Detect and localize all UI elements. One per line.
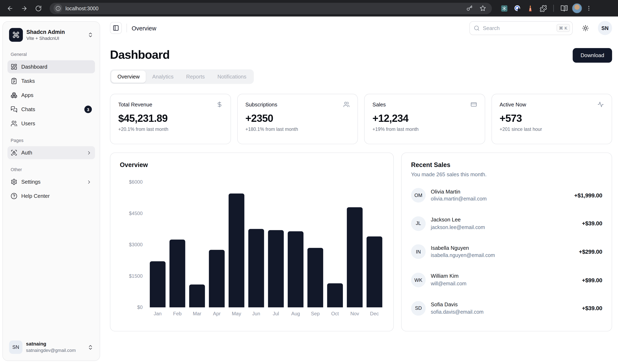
recent-sales-title: Recent Sales bbox=[411, 162, 602, 169]
sale-avatar: IN bbox=[411, 245, 426, 259]
star-icon[interactable] bbox=[478, 3, 488, 13]
y-tick-label: $0 bbox=[137, 305, 143, 310]
sidebar-item-chats[interactable]: Chats3 bbox=[7, 103, 95, 116]
auth-icon bbox=[11, 149, 17, 156]
bar-Oct bbox=[327, 283, 343, 307]
menu-dots-icon[interactable] bbox=[585, 3, 593, 13]
search-field[interactable] bbox=[483, 25, 553, 31]
sidebar-item-auth[interactable]: Auth bbox=[7, 146, 95, 159]
bar-Aug bbox=[288, 231, 303, 307]
sale-amount: +$99.00 bbox=[582, 277, 602, 283]
sale-name: Olivia Martin bbox=[431, 188, 569, 195]
overview-chart-card: Overview $6000$4500$3000$1500$0 JanFebMa… bbox=[110, 152, 394, 331]
nav-section-label: Other bbox=[7, 165, 95, 174]
sidebar-user-menu[interactable]: SN satnaing satnaingdev@gmail.com bbox=[7, 338, 96, 357]
teal-extension-icon[interactable] bbox=[499, 3, 509, 13]
profile-menu-button[interactable]: SN bbox=[598, 21, 612, 35]
download-button[interactable]: Download bbox=[573, 48, 612, 63]
chats-badge: 3 bbox=[84, 105, 92, 113]
tab-overview[interactable]: Overview bbox=[111, 70, 146, 83]
sale-name: Isabella Nguyen bbox=[431, 244, 574, 252]
back-icon[interactable] bbox=[4, 2, 16, 14]
stat-value: $45,231.89 bbox=[118, 112, 223, 125]
puzzle-extensions-icon[interactable] bbox=[538, 3, 548, 13]
sale-avatar: OM bbox=[411, 188, 426, 203]
x-tick-label: Sep bbox=[307, 311, 323, 317]
tab-notifications[interactable]: Notifications bbox=[211, 70, 252, 83]
sidebar-item-dashboard[interactable]: Dashboard bbox=[7, 60, 95, 73]
info-icon[interactable] bbox=[54, 4, 62, 13]
y-tick-label: $3000 bbox=[129, 242, 143, 247]
stat-card-active-now: Active Now+573+201 since last hour bbox=[491, 94, 612, 144]
x-tick-label: Jul bbox=[268, 311, 284, 317]
sidebar-item-tasks[interactable]: Tasks bbox=[7, 75, 95, 88]
lighthouse-extension-icon[interactable] bbox=[525, 3, 535, 13]
tab-reports[interactable]: Reports bbox=[180, 70, 211, 83]
x-tick-label: Jun bbox=[248, 311, 264, 317]
user-name: satnaing bbox=[26, 341, 84, 347]
sale-row: WKWilliam Kimwill@email.com+$99.00 bbox=[411, 272, 602, 287]
recent-sales-subtitle: You made 265 sales this month. bbox=[411, 171, 602, 177]
stat-change: +201 since last hour bbox=[500, 127, 604, 132]
x-tick-label: Oct bbox=[327, 311, 343, 317]
page-title: Dashboard bbox=[110, 48, 170, 61]
sidebar-item-users[interactable]: Users bbox=[7, 117, 95, 130]
tab-analytics[interactable]: Analytics bbox=[146, 70, 180, 83]
x-tick-label: Feb bbox=[170, 311, 185, 317]
forward-icon[interactable] bbox=[18, 2, 30, 14]
sale-amount: +$39.00 bbox=[582, 305, 602, 312]
sale-email: isabella.nguyen@email.com bbox=[431, 252, 574, 259]
sale-email: olivia.martin@email.com bbox=[431, 195, 569, 203]
brand-subtitle: Vite + ShadcnUI bbox=[26, 36, 84, 41]
bar-Jul bbox=[268, 230, 284, 307]
dollar-icon bbox=[216, 101, 223, 108]
chart-y-axis: $6000$4500$3000$1500$0 bbox=[120, 182, 143, 307]
sidebar-item-apps[interactable]: Apps bbox=[7, 89, 95, 102]
sale-amount: +$39.00 bbox=[582, 221, 602, 227]
reload-icon[interactable] bbox=[32, 2, 44, 14]
stat-card-sales: Sales+12,234+19% from last month bbox=[364, 94, 485, 144]
url-bar[interactable]: localhost:3000 bbox=[50, 2, 492, 14]
recent-sales-card: Recent Sales You made 265 sales this mon… bbox=[401, 152, 612, 331]
y-tick-label: $6000 bbox=[129, 179, 143, 185]
stat-value: +573 bbox=[500, 112, 604, 125]
stat-card-total-revenue: Total Revenue$45,231.89+20.1% from last … bbox=[110, 94, 231, 144]
sidebar-toggle-button[interactable] bbox=[110, 22, 122, 34]
sale-avatar: WK bbox=[411, 273, 426, 287]
search-input[interactable]: ⌘ K bbox=[470, 21, 573, 35]
sidebar-item-label: Settings bbox=[21, 179, 82, 185]
chart-title: Overview bbox=[120, 162, 384, 169]
sidebar-item-help-center[interactable]: Help Center bbox=[7, 190, 95, 203]
nav-section-label: Pages bbox=[7, 136, 95, 145]
dashboard-tabs: OverviewAnalyticsReportsNotifications bbox=[110, 69, 254, 84]
sale-name: Sofia Davis bbox=[431, 301, 577, 309]
url-text[interactable]: localhost:3000 bbox=[65, 5, 461, 11]
reading-list-icon[interactable] bbox=[559, 3, 569, 13]
sidebar-item-label: Help Center bbox=[21, 193, 92, 199]
bar-May bbox=[229, 194, 245, 307]
search-shortcut: ⌘ K bbox=[557, 24, 570, 32]
key-icon[interactable] bbox=[464, 3, 474, 13]
browser-profile-avatar[interactable] bbox=[572, 3, 582, 13]
user-avatar: SN bbox=[9, 340, 22, 354]
bar-Jun bbox=[248, 229, 264, 308]
bar-Sep bbox=[307, 248, 323, 308]
chevron-right-icon bbox=[86, 179, 92, 185]
bar-Jan bbox=[150, 261, 166, 307]
sidebar-item-label: Apps bbox=[21, 92, 92, 98]
users-icon bbox=[11, 120, 17, 127]
sidebar-item-settings[interactable]: Settings bbox=[7, 175, 95, 188]
sale-name: William Kim bbox=[431, 272, 577, 280]
theme-toggle-button[interactable] bbox=[579, 22, 592, 34]
breadcrumb: Overview bbox=[132, 25, 156, 31]
credit-card-icon bbox=[471, 101, 477, 108]
x-tick-label: Mar bbox=[189, 311, 205, 317]
sale-amount: +$1,999.00 bbox=[574, 192, 602, 199]
workspace-switcher[interactable]: Shadcn Admin Vite + ShadcnUI bbox=[7, 26, 96, 44]
password-manager-extension-icon[interactable] bbox=[512, 3, 522, 13]
x-tick-label: Dec bbox=[367, 311, 382, 317]
sidebar-item-label: Dashboard bbox=[21, 64, 92, 70]
sidebar-item-label: Auth bbox=[21, 150, 82, 156]
user-email: satnaingdev@gmail.com bbox=[26, 347, 84, 353]
settings-icon bbox=[11, 179, 17, 185]
